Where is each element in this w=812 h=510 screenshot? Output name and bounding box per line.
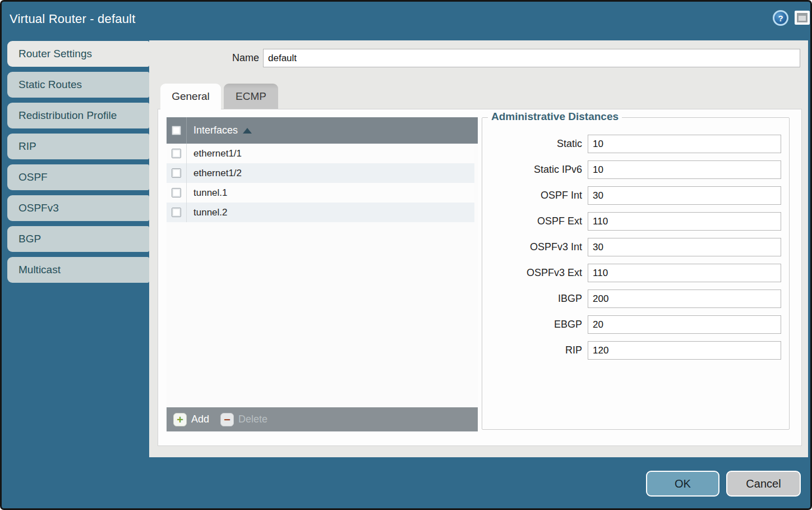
interfaces-table-header: Interfaces xyxy=(167,117,478,144)
sidebar-item-label: BGP xyxy=(19,233,41,245)
form-row: EBGP xyxy=(482,315,789,334)
cancel-button[interactable]: Cancel xyxy=(726,471,801,497)
delete-button-label: Delete xyxy=(238,413,267,425)
help-icon[interactable]: ? xyxy=(773,10,788,26)
sidebar-item-multicast[interactable]: Multicast xyxy=(7,257,149,283)
select-all-checkbox[interactable] xyxy=(172,126,181,135)
row-checkbox[interactable] xyxy=(172,168,181,178)
sidebar-item-label: OSPFv3 xyxy=(19,202,59,214)
ok-button[interactable]: OK xyxy=(646,471,719,497)
field-label: Static xyxy=(482,138,588,150)
rip-distance-input[interactable] xyxy=(588,341,781,360)
table-row[interactable]: ethernet1/1 xyxy=(167,144,478,163)
plus-icon: + xyxy=(173,413,187,426)
interface-name: tunnel.1 xyxy=(193,187,228,199)
table-empty-area xyxy=(167,222,478,407)
name-input[interactable] xyxy=(263,49,800,67)
table-row[interactable]: ethernet1/2 xyxy=(167,163,478,183)
sort-ascending-icon xyxy=(243,128,252,134)
ok-button-label: OK xyxy=(675,477,691,490)
form-row: RIP xyxy=(482,341,789,360)
field-label: OSPF Ext xyxy=(482,215,588,227)
minimize-icon-pane xyxy=(799,16,806,21)
sidebar-item-static-routes[interactable]: Static Routes xyxy=(7,72,149,98)
form-row: OSPFv3 Ext xyxy=(482,264,789,282)
tab-label: General xyxy=(172,90,210,103)
add-button[interactable]: + Add xyxy=(173,413,209,426)
form-row: Static IPv6 xyxy=(482,160,789,179)
minimize-icon[interactable] xyxy=(795,11,810,25)
sidebar-item-label: Router Settings xyxy=(19,48,92,60)
interfaces-column-header[interactable]: Interfaces xyxy=(193,125,252,136)
ospfv3-ext-distance-input[interactable] xyxy=(588,264,781,282)
table-footer: + Add − Delete xyxy=(167,407,478,431)
row-checkbox-cell xyxy=(167,183,187,203)
row-checkbox[interactable] xyxy=(172,188,181,197)
sidebar-item-rip[interactable]: RIP xyxy=(7,134,149,159)
interface-name: tunnel.2 xyxy=(193,207,228,218)
minus-icon: − xyxy=(220,413,234,426)
field-label: Static IPv6 xyxy=(482,164,588,176)
name-label: Name xyxy=(192,49,259,67)
cancel-button-label: Cancel xyxy=(746,477,781,490)
sidebar-item-label: OSPF xyxy=(19,171,48,183)
ospf-ext-distance-input[interactable] xyxy=(588,212,781,231)
field-label: EBGP xyxy=(482,319,588,330)
tab-label: ECMP xyxy=(236,90,266,103)
form-row: OSPF Ext xyxy=(482,212,789,231)
sidebar-item-label: Redistribution Profile xyxy=(19,109,117,122)
tab-general[interactable]: General xyxy=(160,84,221,109)
form-row: OSPFv3 Int xyxy=(482,238,789,256)
static-ipv6-distance-input[interactable] xyxy=(588,160,781,179)
row-checkbox-cell xyxy=(167,144,187,163)
ebgp-distance-input[interactable] xyxy=(588,315,781,334)
table-row[interactable]: tunnel.2 xyxy=(167,203,478,222)
interface-name: ethernet1/2 xyxy=(193,168,242,179)
delete-button[interactable]: − Delete xyxy=(220,413,267,426)
sidebar-item-ospf[interactable]: OSPF xyxy=(7,164,149,190)
minimize-icon-inner xyxy=(797,13,808,22)
field-label: OSPF Int xyxy=(482,190,588,201)
help-icon-glyph: ? xyxy=(778,13,783,23)
sidebar-item-redistribution-profile[interactable]: Redistribution Profile xyxy=(7,103,149,128)
sidebar-item-label: RIP xyxy=(19,140,36,153)
scrollbar-track[interactable] xyxy=(474,144,478,222)
general-tab-panel: Interfaces ethernet1/1 ethernet1/2 tunne… xyxy=(158,109,802,446)
sidebar-item-bgp[interactable]: BGP xyxy=(7,226,149,252)
virtual-router-dialog: Virtual Router - default ? Router Settin… xyxy=(0,0,812,510)
sidebar-item-ospfv3[interactable]: OSPFv3 xyxy=(7,195,149,221)
ibgp-distance-input[interactable] xyxy=(588,290,781,308)
fieldset-legend: Administrative Distances xyxy=(488,111,622,123)
form-row: Static xyxy=(482,135,789,153)
sidebar-item-label: Static Routes xyxy=(19,79,82,91)
title-bar: Virtual Router - default ? xyxy=(2,2,810,40)
interface-name: ethernet1/1 xyxy=(193,148,242,159)
dialog-title: Virtual Router - default xyxy=(10,12,136,26)
table-row[interactable]: tunnel.1 xyxy=(167,183,478,203)
sidebar-item-label: Multicast xyxy=(19,264,61,276)
interfaces-column-label: Interfaces xyxy=(193,125,238,136)
row-checkbox-cell xyxy=(167,203,187,222)
add-button-label: Add xyxy=(191,413,209,425)
row-checkbox-cell xyxy=(167,163,187,183)
form-row: IBGP xyxy=(482,290,789,308)
administrative-distances-fieldset: Administrative Distances Static Static I… xyxy=(482,117,790,430)
field-label: OSPFv3 Ext xyxy=(482,267,588,279)
interfaces-table: Interfaces ethernet1/1 ethernet1/2 tunne… xyxy=(167,117,478,431)
form-row: OSPF Int xyxy=(482,186,789,205)
tab-ecmp[interactable]: ECMP xyxy=(224,84,278,109)
sidebar-item-router-settings[interactable]: Router Settings xyxy=(7,41,149,67)
field-label: RIP xyxy=(482,344,588,356)
ospfv3-int-distance-input[interactable] xyxy=(588,238,781,256)
row-checkbox[interactable] xyxy=(172,208,181,217)
static-distance-input[interactable] xyxy=(588,135,781,153)
row-checkbox[interactable] xyxy=(172,149,181,158)
ospf-int-distance-input[interactable] xyxy=(588,186,781,205)
field-label: IBGP xyxy=(482,293,588,305)
field-label: OSPFv3 Int xyxy=(482,241,588,253)
select-all-cell xyxy=(167,117,187,144)
